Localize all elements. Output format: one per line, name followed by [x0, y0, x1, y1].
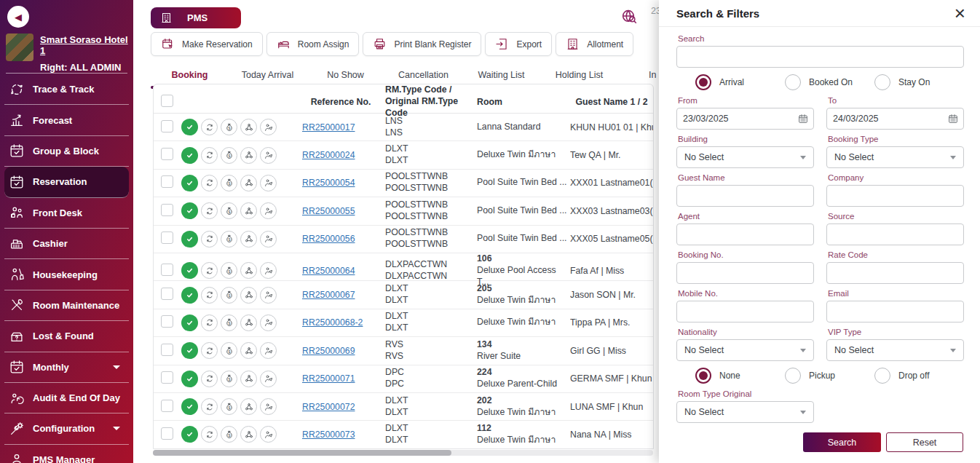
- row-checkbox[interactable]: [161, 232, 173, 244]
- from-date-input[interactable]: [676, 108, 814, 130]
- sidebar-item-pms-manager[interactable]: PMS Manager: [4, 445, 129, 463]
- agent-input[interactable]: [676, 223, 814, 245]
- payment-icon[interactable]: $: [221, 287, 237, 304]
- sidebar-item-room-maintenance[interactable]: Room Maintenance: [4, 290, 129, 321]
- print-blank-register-button[interactable]: Print Blank Register: [363, 32, 481, 56]
- payment-icon[interactable]: $: [221, 398, 237, 415]
- globe-search-icon[interactable]: [620, 8, 639, 26]
- date-mode-booked-on[interactable]: Booked On: [785, 74, 874, 90]
- make-reservation-button[interactable]: Make Reservation: [151, 32, 263, 56]
- row-checkbox[interactable]: [161, 371, 173, 384]
- nationality-select[interactable]: No Select: [676, 339, 814, 361]
- sync-icon[interactable]: [201, 175, 218, 191]
- group-icon[interactable]: [240, 398, 257, 415]
- sync-icon[interactable]: [201, 314, 218, 331]
- sidebar-item-cashier[interactable]: Cashier: [4, 229, 129, 259]
- register-icon[interactable]: [260, 398, 277, 415]
- row-checkbox[interactable]: [161, 315, 173, 328]
- group-icon[interactable]: [240, 287, 257, 304]
- transfer-none[interactable]: None: [695, 368, 785, 384]
- export-button[interactable]: Export: [485, 32, 552, 56]
- row-checkbox[interactable]: [161, 175, 173, 188]
- reference-link[interactable]: RR25000056: [296, 234, 385, 244]
- payment-icon[interactable]: $: [221, 231, 237, 248]
- email-input[interactable]: [826, 301, 964, 322]
- sidebar-item-front-desk[interactable]: Front Desk: [4, 198, 129, 229]
- reference-link[interactable]: RR25000024: [296, 150, 385, 160]
- register-icon[interactable]: [260, 287, 277, 304]
- sidebar-item-group-block[interactable]: Group & Block: [4, 136, 129, 167]
- source-input[interactable]: [826, 223, 964, 245]
- reference-link[interactable]: RR25000017: [296, 122, 385, 132]
- group-icon[interactable]: [240, 314, 257, 331]
- calendar-icon[interactable]: [797, 113, 809, 124]
- register-icon[interactable]: [260, 147, 277, 164]
- rate-code-input[interactable]: [826, 262, 964, 284]
- sync-icon[interactable]: [201, 202, 218, 219]
- confirmed-icon[interactable]: [181, 371, 198, 387]
- sync-icon[interactable]: [201, 371, 218, 387]
- room-assign-button[interactable]: Room Assign: [266, 32, 360, 56]
- close-icon[interactable]: ×: [955, 4, 965, 23]
- transfer-pickup[interactable]: Pickup: [785, 368, 874, 384]
- register-icon[interactable]: [260, 231, 277, 248]
- reference-link[interactable]: RR25000073: [296, 430, 385, 440]
- row-checkbox[interactable]: [161, 204, 173, 216]
- search-button[interactable]: Search: [803, 432, 881, 452]
- register-icon[interactable]: [260, 119, 277, 135]
- confirmed-icon[interactable]: [181, 202, 198, 219]
- row-checkbox[interactable]: [161, 400, 173, 412]
- sidebar-item-lost-found[interactable]: Lost & Found: [4, 321, 129, 352]
- room-type-original-select[interactable]: No Select: [676, 401, 814, 423]
- guest-name-input[interactable]: [676, 185, 814, 207]
- group-icon[interactable]: [240, 231, 257, 248]
- group-icon[interactable]: [240, 342, 257, 359]
- reference-link[interactable]: RR25000068-2: [296, 317, 385, 328]
- payment-icon[interactable]: $: [221, 342, 237, 359]
- confirmed-icon[interactable]: [181, 398, 198, 415]
- payment-icon[interactable]: $: [221, 426, 237, 443]
- reference-link[interactable]: RR25000069: [296, 346, 385, 356]
- register-icon[interactable]: [260, 175, 277, 191]
- register-icon[interactable]: [260, 202, 277, 219]
- reference-link[interactable]: RR25000072: [296, 402, 385, 412]
- sync-icon[interactable]: [201, 119, 218, 135]
- allotment-button[interactable]: Allotment: [556, 32, 633, 56]
- reference-link[interactable]: RR25000071: [296, 373, 385, 384]
- row-checkbox[interactable]: [161, 148, 173, 160]
- company-input[interactable]: [826, 185, 964, 207]
- row-checkbox[interactable]: [161, 344, 173, 356]
- register-icon[interactable]: [260, 262, 277, 279]
- payment-icon[interactable]: $: [221, 119, 237, 135]
- sync-icon[interactable]: [201, 262, 218, 279]
- confirmed-icon[interactable]: [181, 231, 198, 248]
- sync-icon[interactable]: [201, 398, 218, 415]
- booking-type-select[interactable]: No Select: [826, 146, 964, 168]
- payment-icon[interactable]: $: [221, 314, 237, 331]
- reset-button[interactable]: Reset: [886, 432, 963, 452]
- date-mode-arrival[interactable]: Arrival: [695, 74, 785, 90]
- calendar-icon[interactable]: [947, 113, 959, 124]
- payment-icon[interactable]: $: [221, 262, 237, 279]
- confirmed-icon[interactable]: [181, 175, 198, 191]
- sync-icon[interactable]: [201, 231, 218, 248]
- confirmed-icon[interactable]: [181, 119, 198, 135]
- sidebar-item-monthly[interactable]: Monthly: [4, 352, 129, 383]
- confirmed-icon[interactable]: [181, 147, 198, 164]
- booking-no-input[interactable]: [676, 262, 814, 284]
- group-icon[interactable]: [240, 147, 257, 164]
- mobile-no-input[interactable]: [676, 301, 814, 322]
- row-checkbox[interactable]: [161, 264, 173, 276]
- pms-app-tab[interactable]: PMS: [151, 7, 241, 28]
- vip-type-select[interactable]: No Select: [826, 339, 964, 361]
- payment-icon[interactable]: $: [221, 175, 237, 191]
- building-select[interactable]: No Select: [676, 146, 814, 168]
- sidebar-item-audit-end-of-day[interactable]: Audit & End Of Day: [4, 383, 129, 413]
- payment-icon[interactable]: $: [221, 371, 237, 387]
- register-icon[interactable]: [260, 314, 277, 331]
- sidebar-collapse-button[interactable]: ◀: [7, 6, 29, 28]
- sync-icon[interactable]: [201, 287, 218, 304]
- sidebar-item-configuration[interactable]: Configuration: [4, 413, 129, 444]
- group-icon[interactable]: [240, 262, 257, 279]
- transfer-drop-off[interactable]: Drop off: [874, 368, 964, 384]
